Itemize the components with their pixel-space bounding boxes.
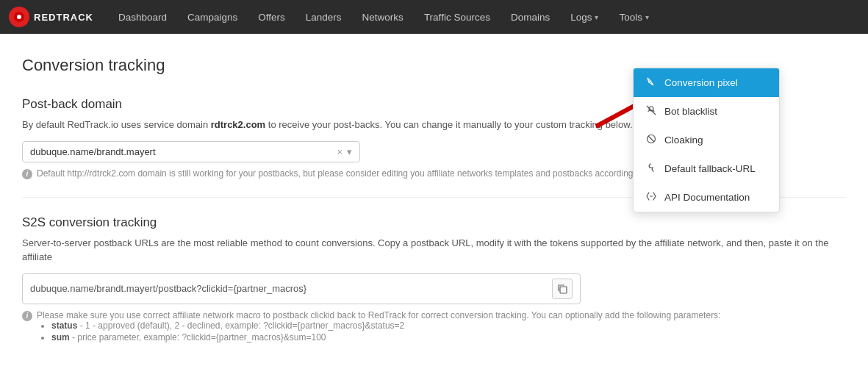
nav-item-offers[interactable]: Offers	[248, 0, 295, 34]
nav-item-tools[interactable]: Tools ▾	[609, 0, 659, 34]
input-icons: × ▾	[337, 146, 352, 157]
list-item: sum - price parameter, example: ?clickid…	[51, 332, 720, 343]
s2s-url-input[interactable]	[30, 283, 552, 294]
info-icon: i	[22, 169, 32, 179]
nav-item-domains[interactable]: Domains	[501, 0, 560, 34]
nav-item-campaigns[interactable]: Campaigns	[177, 0, 248, 34]
logs-dropdown-arrow: ▾	[595, 13, 598, 21]
chevron-down-icon[interactable]: ▾	[347, 146, 352, 157]
clear-icon[interactable]: ×	[337, 146, 342, 157]
nav-item-logs[interactable]: Logs ▾	[560, 0, 609, 34]
nav-item-dashboard[interactable]: Dashboard	[108, 0, 177, 34]
menu-item-bot-blacklist[interactable]: Bot blacklist	[634, 97, 779, 126]
param-sum: sum	[51, 332, 70, 343]
menu-item-fallback-url[interactable]: Default fallback-URL	[634, 154, 779, 183]
nav-items: Dashboard Campaigns Offers Landers Netwo…	[108, 0, 859, 34]
svg-line-6	[647, 106, 656, 115]
s2s-params-list: status - 1 - approved (default), 2 - dec…	[51, 320, 720, 343]
menu-item-conversion-pixel[interactable]: Conversion pixel	[634, 68, 779, 97]
s2s-section: S2S conversion tracking Server-to-server…	[22, 215, 846, 344]
s2s-hint: i Please make sure you use correct affil…	[22, 310, 846, 344]
postback-domain-input[interactable]	[30, 146, 337, 157]
s2s-input-row	[22, 273, 581, 304]
main-content: Conversion tracking Post-back domain By …	[0, 34, 868, 380]
logo-icon	[9, 7, 29, 27]
s2s-info-icon: i	[22, 311, 32, 321]
postback-domain-input-row: × ▾	[22, 141, 360, 162]
param-status: status	[51, 320, 77, 331]
nav-item-networks[interactable]: Networks	[352, 0, 414, 34]
s2s-section-desc: Server-to-server postback URLs are the m…	[22, 236, 846, 265]
nav-item-traffic-sources[interactable]: Traffic Sources	[414, 0, 501, 34]
s2s-section-title: S2S conversion tracking	[22, 215, 846, 230]
cloaking-icon	[645, 134, 657, 146]
svg-line-8	[648, 136, 654, 142]
svg-rect-2	[560, 287, 567, 293]
navbar: REDTRACK Dashboard Campaigns Offers Land…	[0, 0, 868, 34]
menu-item-cloaking[interactable]: Cloaking	[634, 126, 779, 154]
domain-highlight: rdtrck2.com	[211, 119, 265, 130]
svg-point-1	[17, 15, 21, 19]
menu-item-api-docs[interactable]: API Documentation	[634, 183, 779, 212]
nav-item-landers[interactable]: Landers	[295, 0, 352, 34]
bot-blacklist-icon	[645, 105, 657, 118]
api-docs-icon	[645, 191, 657, 204]
copy-button[interactable]	[552, 279, 573, 299]
list-item: status - 1 - approved (default), 2 - dec…	[51, 320, 720, 331]
tools-dropdown-arrow: ▾	[645, 13, 649, 21]
tools-dropdown-menu: Conversion pixel Bot blacklist Cloaking	[633, 68, 780, 212]
fallback-url-icon	[645, 162, 657, 175]
logo-text: REDTRACK	[34, 12, 93, 23]
logo[interactable]: REDTRACK	[9, 7, 93, 27]
conversion-pixel-icon	[645, 76, 657, 89]
